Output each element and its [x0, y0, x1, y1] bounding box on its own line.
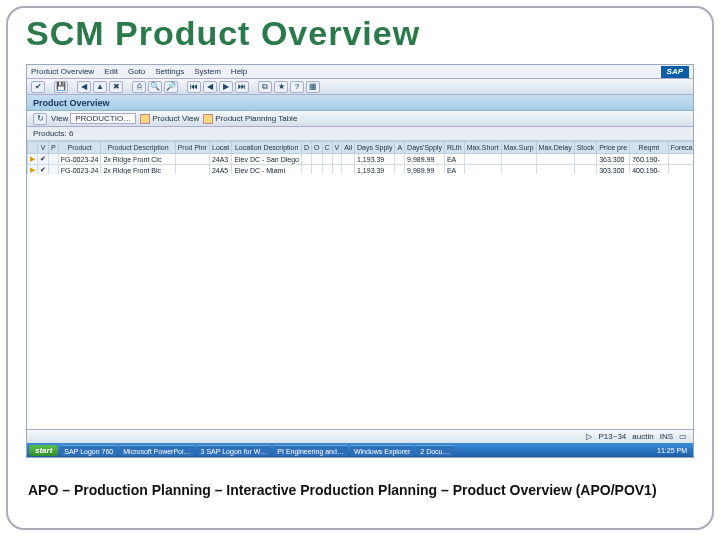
task-item[interactable]: Microsoft PowerPoi…: [119, 445, 194, 456]
status-session: P13~34: [598, 432, 626, 441]
grid-header[interactable]: Days'Spply: [405, 142, 445, 154]
grid-cell: ✔: [38, 154, 49, 165]
grid-header[interactable]: RLth: [444, 142, 464, 154]
grid-header[interactable]: Prod Plnr: [175, 142, 209, 154]
first-page-icon[interactable]: ⏮: [187, 81, 201, 93]
exit-icon[interactable]: ▲: [93, 81, 107, 93]
find-icon[interactable]: 🔍: [148, 81, 162, 93]
grid-cell: [301, 154, 311, 165]
task-item[interactable]: SAP Logon 760: [60, 445, 117, 456]
grid-header[interactable]: V: [332, 142, 342, 154]
sap-logo: SAP: [661, 66, 689, 78]
grid-header[interactable]: Product: [58, 142, 101, 154]
start-button[interactable]: start: [29, 445, 58, 456]
menu-edit[interactable]: Edit: [104, 67, 118, 76]
planning-table-button[interactable]: Product Planning Table: [203, 114, 297, 124]
grid-header[interactable]: Days Spply: [355, 142, 395, 154]
task-item[interactable]: 2 Docu…: [416, 445, 453, 456]
menu-help[interactable]: Help: [231, 67, 247, 76]
layout-icon[interactable]: ▦: [306, 81, 320, 93]
grid-cell: 2x Ridge Front Clc: [101, 154, 175, 165]
grid-cell: 363.300: [597, 154, 630, 165]
grid-header[interactable]: C: [322, 142, 332, 154]
view-value[interactable]: PRODUCTIO…: [70, 113, 136, 124]
grid-header[interactable]: Location Description: [232, 142, 302, 154]
grid-header[interactable]: D: [301, 142, 311, 154]
grid-header[interactable]: O: [312, 142, 322, 154]
menu-product-overview[interactable]: Product Overview: [31, 67, 94, 76]
grid-cell: EA: [444, 154, 464, 165]
grid-cell: [574, 154, 597, 165]
sap-menubar: Product Overview Edit Goto Settings Syst…: [27, 65, 693, 79]
grid-cell: [536, 154, 574, 165]
new-session-icon[interactable]: ⧉: [258, 81, 272, 93]
back-icon[interactable]: ◀: [77, 81, 91, 93]
status-bar: ▷ P13~34 auctin INS ▭: [27, 429, 693, 443]
grid-header[interactable]: Stock: [574, 142, 597, 154]
grid-cell: [322, 154, 332, 165]
cancel-icon[interactable]: ✖: [109, 81, 123, 93]
help-icon[interactable]: ?: [290, 81, 304, 93]
slide-caption: APO – Production Planning – Interactive …: [28, 481, 692, 500]
task-item[interactable]: 3 SAP Logon for W…: [197, 445, 272, 456]
grid-header[interactable]: Reqmt: [630, 142, 668, 154]
prev-page-icon[interactable]: ◀: [203, 81, 217, 93]
grid-header[interactable]: P: [49, 142, 59, 154]
sap-screen-title: Product Overview: [27, 95, 693, 111]
grid-cell: [501, 154, 536, 165]
table-row[interactable]: ▶✔FG-0023-242x Ridge Front Clc24A3Elev D…: [28, 154, 694, 165]
sap-toolbar-standard: ✔ 💾 ◀ ▲ ✖ ⎙ 🔍 🔎 ⏮ ◀ ▶ ⏭ ⧉ ★ ? ▦: [27, 79, 693, 95]
print-icon[interactable]: ⎙: [132, 81, 146, 93]
grid-cell: Elev DC - San Diego: [232, 154, 302, 165]
view-selector[interactable]: View PRODUCTIO…: [51, 113, 136, 124]
grid-cell: 24A3: [209, 154, 232, 165]
save-icon[interactable]: 💾: [54, 81, 68, 93]
grid-cell: [175, 154, 209, 165]
slide-title: SCM Product Overview: [8, 8, 712, 53]
find-next-icon[interactable]: 🔎: [164, 81, 178, 93]
product-view-label: Product View: [152, 114, 199, 123]
menu-system[interactable]: System: [194, 67, 221, 76]
grid-cell: [49, 154, 59, 165]
empty-area: [27, 174, 693, 429]
grid-cell: ▶: [28, 154, 38, 165]
last-page-icon[interactable]: ⏭: [235, 81, 249, 93]
grid-header[interactable]: Max.Surp: [501, 142, 536, 154]
grid-header[interactable]: Forecast: [668, 142, 693, 154]
grid-header[interactable]: [28, 142, 38, 154]
planning-table-label: Product Planning Table: [215, 114, 297, 123]
grid-cell: 1,193.39: [355, 154, 395, 165]
grid-header[interactable]: A: [395, 142, 405, 154]
grid-cell: [395, 154, 405, 165]
windows-taskbar: start SAP Logon 760Microsoft PowerPoi…3 …: [27, 443, 693, 457]
system-tray: 11:25 PM: [653, 447, 691, 454]
grid-header[interactable]: Price pre: [597, 142, 630, 154]
nav-first-icon[interactable]: ▷: [586, 432, 592, 441]
grid-header[interactable]: Max.Delay: [536, 142, 574, 154]
grid-header[interactable]: Product Description: [101, 142, 175, 154]
status-mode: INS: [660, 432, 673, 441]
task-item[interactable]: PI Engineering and…: [273, 445, 348, 456]
sap-window: Product Overview Edit Goto Settings Syst…: [26, 64, 694, 458]
grid-header[interactable]: Locat: [209, 142, 232, 154]
grid-cell: 9,989.99: [405, 154, 445, 165]
menu-settings[interactable]: Settings: [155, 67, 184, 76]
grid-cell: [332, 154, 342, 165]
refresh-icon[interactable]: ↻: [33, 113, 47, 125]
grid-cell: [464, 154, 501, 165]
grid-cell: [668, 154, 693, 165]
menu-goto[interactable]: Goto: [128, 67, 145, 76]
product-view-icon: [140, 114, 150, 124]
enter-icon[interactable]: ✔: [31, 81, 45, 93]
next-page-icon[interactable]: ▶: [219, 81, 233, 93]
grid-header[interactable]: V: [38, 142, 49, 154]
grid-cell: FG-0023-24: [58, 154, 101, 165]
grid-header[interactable]: All: [342, 142, 355, 154]
product-view-button[interactable]: Product View: [140, 114, 199, 124]
status-config-icon[interactable]: ▭: [679, 432, 687, 441]
grid-header[interactable]: Max.Short: [464, 142, 501, 154]
task-item[interactable]: Windows Explorer: [350, 445, 414, 456]
grid-cell: 760.190-: [630, 154, 668, 165]
shortcut-icon[interactable]: ★: [274, 81, 288, 93]
status-client: auctin: [632, 432, 653, 441]
